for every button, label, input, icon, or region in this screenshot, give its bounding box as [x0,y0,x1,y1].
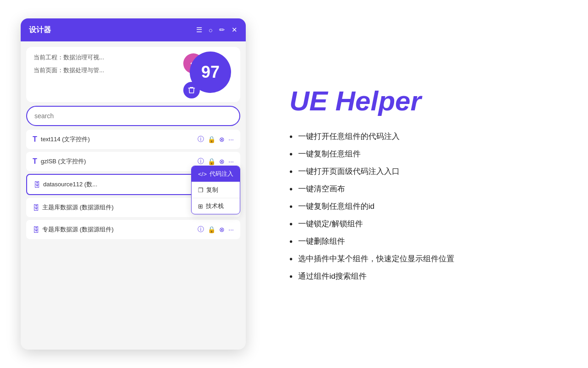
designer-window: 设计器 ☰ ○ ✏ ✕ 当前工程：数据治理可视... 当前页面：数据处理与管..… [21,18,246,350]
list-item: T gzlSB (文字控件) ⓘ 🔒 ⊗ ··· </> 代码注入 ❐ [26,152,240,171]
code-inject-label: 代码注入 [209,170,233,178]
tech-stack-icon: ⊞ [198,203,203,210]
copy-label: 复制 [206,186,218,194]
window-title: 设计器 [29,25,196,35]
trash-icon [187,86,196,94]
left-panel: 设计器 ☰ ○ ✏ ✕ 当前工程：数据治理可视... 当前页面：数据处理与管..… [0,0,266,368]
feature-item: • 一键打开页面级代码注入入口 [289,166,565,177]
bullet: • [289,149,293,160]
bullet: • [289,166,293,177]
feature-text: 一键删除组件 [298,236,345,247]
context-menu: </> 代码注入 ❐ 复制 ⊞ 技术栈 [191,166,240,214]
list-item: 🗄 专题库数据源 (数据源组件) ⓘ 🔒 ⊗ ··· [26,220,240,239]
app-title: UE Helper [289,86,565,116]
more-icon[interactable]: ··· [228,226,234,233]
context-menu-item-code-inject[interactable]: </> 代码注入 [192,166,240,182]
feature-text: 一键锁定/解锁组件 [298,218,363,230]
bullet: • [289,131,293,142]
list-item: T text114 (文字控件) ⓘ 🔒 ⊗ ··· [26,130,240,149]
feature-text: 通过组件id搜索组件 [298,271,367,282]
bullet: • [289,253,293,264]
lock-icon[interactable]: 🔒 [208,136,215,143]
feature-item: • 一键锁定/解锁组件 [289,218,565,230]
more-icon[interactable]: ··· [228,136,234,143]
bullet: • [289,218,293,230]
lock-icon[interactable]: 🔒 [208,226,215,233]
datasource-type-icon: 🗄 [33,204,40,212]
search-input[interactable] [26,106,240,126]
project-card: 当前工程：数据治理可视... 当前页面：数据处理与管... 97 [26,47,240,102]
text-type-icon: T [33,157,37,166]
more-icon[interactable]: ··· [228,158,234,165]
feature-item: • 一键删除组件 [289,236,565,247]
component-label: 专题库数据源 (数据源组件) [42,225,198,234]
info-icon[interactable]: ⓘ [198,157,204,166]
feature-item: • 一键复制任意组件 [289,149,565,160]
search-bar-container [21,106,246,130]
delete-icon[interactable]: ⊗ [219,226,225,233]
datasource-type-icon: 🗄 [33,226,40,234]
feature-text: 一键打开任意组件的代码注入 [298,131,400,142]
delete-icon[interactable]: ⊗ [219,158,225,165]
code-inject-icon: </> [198,171,207,178]
feature-item: • 一键打开任意组件的代码注入 [289,131,565,142]
component-list: T text114 (文字控件) ⓘ 🔒 ⊗ ··· T gzlSB (文字控件… [21,130,246,350]
lock-icon[interactable]: 🔒 [208,158,215,165]
right-panel: UE Helper • 一键打开任意组件的代码注入 • 一键复制任意组件 • 一… [266,0,588,368]
copy-icon: ❐ [198,187,204,194]
menu-icon[interactable]: ☰ [196,26,202,34]
info-icon[interactable]: ⓘ [198,225,204,234]
current-project-label: 当前工程：数据治理可视... [34,54,104,61]
component-actions: ⓘ 🔒 ⊗ ··· [198,225,234,234]
feature-list: • 一键打开任意组件的代码注入 • 一键复制任意组件 • 一键打开页面级代码注入… [289,131,565,282]
feature-text: 一键打开页面级代码注入入口 [298,166,400,177]
feature-text: 一键复制任意组件的id [298,201,374,212]
text-type-icon: T [33,135,37,144]
feature-text: 一键复制任意组件 [298,149,361,160]
component-label: datasource112 (数... [43,180,190,189]
feature-text: 一键清空画布 [298,184,345,195]
bullet: • [289,201,293,212]
feature-item: • 通过组件id搜索组件 [289,271,565,282]
delete-badge[interactable] [183,82,200,98]
feature-item: • 一键复制任意组件的id [289,201,565,212]
component-label: 主题库数据源 (数据源组件) [42,203,198,212]
component-label: gzlSB (文字控件) [41,157,198,166]
feature-text: 选中插件中某个组件，快速定位显示组件位置 [298,253,454,264]
score-number: 97 [201,63,220,82]
title-bar: 设计器 ☰ ○ ✏ ✕ [21,18,246,41]
component-label: text114 (文字控件) [41,135,198,144]
bullet: • [289,184,293,195]
feature-item: • 选中插件中某个组件，快速定位显示组件位置 [289,253,565,264]
context-menu-item-copy[interactable]: ❐ 复制 [192,182,240,198]
title-bar-icons: ☰ ○ ✏ ✕ [196,26,237,34]
bullet: • [289,236,293,247]
edit-icon[interactable]: ✏ [219,26,225,34]
datasource-type-icon: 🗄 [34,181,40,189]
circle-icon[interactable]: ○ [209,26,213,34]
component-actions: ⓘ 🔒 ⊗ ··· [198,157,234,166]
feature-item: • 一键清空画布 [289,184,565,195]
close-icon[interactable]: ✕ [232,26,237,34]
bullet: • [289,271,293,282]
current-page-label: 当前页面：数据处理与管... [34,67,104,74]
tech-stack-label: 技术栈 [206,202,224,210]
component-actions: ⓘ 🔒 ⊗ ··· [198,135,234,144]
context-menu-item-tech-stack[interactable]: ⊞ 技术栈 [192,198,240,214]
delete-icon[interactable]: ⊗ [219,136,225,143]
info-icon[interactable]: ⓘ [198,135,204,144]
